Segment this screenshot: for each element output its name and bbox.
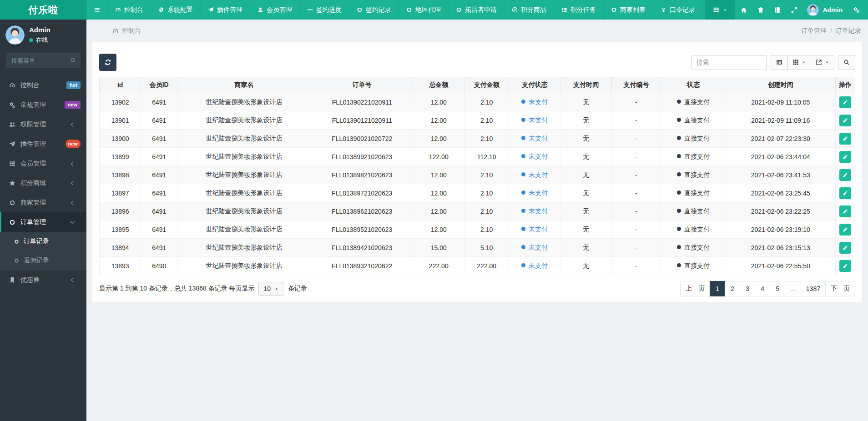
navbar-item[interactable]: 积分任务	[554, 0, 604, 20]
table-cell: -	[612, 166, 661, 184]
edit-button[interactable]	[839, 260, 851, 272]
breadcrumb-dashboard-link[interactable]: 控制台	[112, 27, 141, 35]
column-header[interactable]: 会员ID	[141, 77, 177, 93]
pencil-icon	[843, 154, 848, 160]
column-header[interactable]: 支付时间	[560, 77, 612, 93]
navbar-item[interactable]: 系统配置	[151, 0, 201, 20]
pay-status-cell: 未支付	[509, 130, 560, 148]
sidebar-toggle-button[interactable]	[86, 0, 108, 20]
caret-down-icon	[802, 60, 806, 65]
refresh-button[interactable]	[99, 54, 116, 71]
sidebar-item[interactable]: 订单管理	[0, 212, 86, 232]
navbar-item-label: 地区代理	[415, 6, 441, 14]
status-cell: 直接支付	[661, 130, 726, 148]
sidebar-subitem[interactable]: 返佣记录	[0, 251, 86, 270]
layout-menu-dropdown[interactable]	[705, 0, 735, 20]
chevron-left-icon	[69, 160, 76, 167]
table-cell: 12.00	[413, 202, 464, 221]
pagination-link[interactable]: 4	[755, 281, 770, 296]
edit-button[interactable]	[839, 96, 851, 108]
pagination-item: 上一页	[680, 281, 710, 296]
navbar-item[interactable]: 插件管理	[201, 0, 250, 20]
status-cell: 直接支付	[661, 93, 726, 111]
table-cell: 6491	[141, 111, 177, 130]
page-size-select[interactable]: 10	[258, 282, 285, 296]
edit-button[interactable]	[839, 187, 851, 199]
navbar-item[interactable]: 地区代理	[399, 0, 449, 20]
expand-button[interactable]	[786, 0, 802, 20]
edit-button[interactable]	[839, 169, 851, 181]
column-header[interactable]: 操作	[835, 77, 855, 93]
pay-status-dot-icon	[521, 190, 525, 195]
expand-icon	[791, 7, 797, 13]
caret-up-icon	[274, 286, 279, 291]
navbar-item[interactable]: 会员管理	[250, 0, 300, 20]
column-header[interactable]: 商家名	[177, 77, 311, 93]
sidebar-item[interactable]: 优惠券	[0, 270, 86, 290]
table-cell: 无	[560, 148, 612, 166]
menu-search-input[interactable]	[6, 53, 81, 68]
table-cell: 世纪陆壹捌美妆形象设计店	[177, 239, 311, 257]
column-header[interactable]: 支付状态	[509, 77, 560, 93]
edit-button[interactable]	[839, 115, 851, 126]
pagination-link[interactable]: 3	[740, 281, 755, 296]
sidebar-item[interactable]: 会员管理	[0, 154, 86, 173]
navbar-item[interactable]: ¥口令记录	[653, 0, 703, 20]
plane-icon	[208, 7, 214, 13]
table-cell: 世纪陆壹捌美妆形象设计店	[177, 148, 311, 166]
sidebar-item[interactable]: 商家管理	[0, 193, 86, 212]
column-header[interactable]: 创建时间	[726, 77, 835, 93]
pagination-link[interactable]: ...	[785, 281, 801, 296]
pagination-link[interactable]: 下一页	[825, 281, 855, 296]
navbar-item[interactable]: 拓店者申请	[449, 0, 505, 20]
search-toggle-button[interactable]	[838, 55, 855, 70]
settings-button[interactable]	[847, 0, 865, 20]
toolbar-list-alt-button[interactable]	[771, 55, 788, 70]
navbar-item[interactable]: 签约进度	[300, 0, 349, 20]
pagination-link[interactable]: 1	[710, 281, 725, 296]
sidebar-item[interactable]: 积分商城	[0, 173, 86, 193]
edit-button[interactable]	[839, 242, 851, 254]
book-button[interactable]	[769, 0, 786, 20]
table-cell: 2021-02-07 22:23:30	[726, 130, 835, 148]
sidebar-item[interactable]: 权限管理	[0, 115, 86, 134]
column-header[interactable]: 订单号	[311, 77, 413, 93]
sidebar-menu: 控制台hot常规管理new权限管理插件管理new会员管理积分商城商家管理订单管理…	[0, 75, 86, 290]
pay-status-dot-icon	[521, 100, 525, 104]
pagination-link[interactable]: 5	[770, 281, 785, 296]
navbar-item[interactable]: 签约记录	[349, 0, 399, 20]
profile-avatar	[5, 25, 25, 45]
pagination-link[interactable]: 1387	[801, 281, 826, 296]
column-header[interactable]: Id	[100, 77, 141, 93]
table-search-input[interactable]	[691, 55, 767, 70]
toolbar-grid-button[interactable]	[787, 55, 811, 70]
navbar-item[interactable]: 控制台	[108, 0, 151, 20]
user-menu[interactable]: Admin	[802, 0, 847, 20]
trash-button[interactable]	[752, 0, 769, 20]
edit-button[interactable]	[839, 133, 851, 145]
home-button[interactable]	[735, 0, 752, 20]
app-logo[interactable]: 付乐啦	[0, 0, 86, 20]
table-cell: 世纪陆壹捌美妆形象设计店	[177, 111, 311, 130]
navbar-item[interactable]: P积分商品	[505, 0, 554, 20]
svg-text:¥: ¥	[662, 7, 665, 13]
edit-button[interactable]	[839, 224, 851, 236]
sidebar-item[interactable]: 控制台hot	[0, 75, 86, 95]
sidebar-subitem-label: 返佣记录	[24, 256, 49, 265]
pagination-link[interactable]: 上一页	[680, 281, 710, 296]
edit-button[interactable]	[839, 205, 851, 217]
column-header[interactable]: 支付编号	[612, 77, 661, 93]
sidebar-item[interactable]: 插件管理new	[0, 134, 86, 154]
navbar-item[interactable]: 商家列表	[604, 0, 653, 20]
column-header[interactable]: 总金额	[413, 77, 464, 93]
pay-status-dot-icon	[521, 209, 525, 213]
column-header[interactable]: 支付金额	[464, 77, 509, 93]
toolbar-export-button[interactable]	[811, 55, 834, 70]
column-header[interactable]: 状态	[661, 77, 726, 93]
circle-icon	[456, 7, 462, 13]
pagination-link[interactable]: 2	[725, 281, 740, 296]
sidebar-subitem[interactable]: 订单记录	[0, 232, 86, 251]
edit-button[interactable]	[839, 151, 851, 163]
sidebar-item-label: 常规管理	[20, 101, 65, 109]
sidebar-item[interactable]: 常规管理new	[0, 95, 86, 115]
